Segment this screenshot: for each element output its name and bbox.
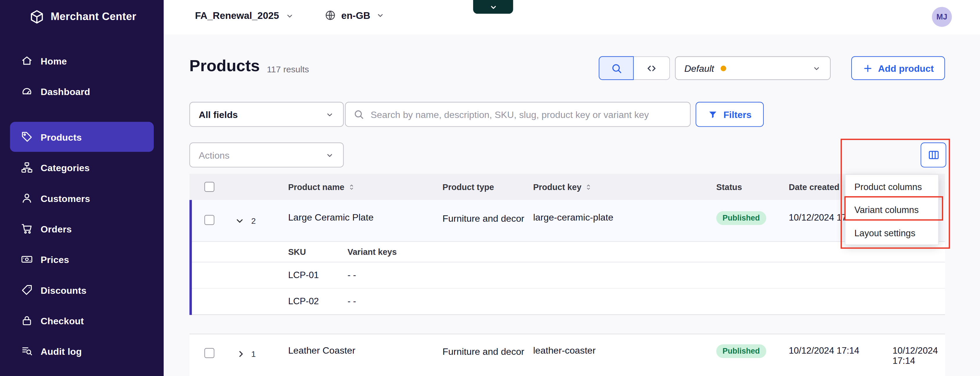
row-checkbox[interactable] [204, 215, 214, 225]
variants-keys-header: Variant keys [348, 242, 397, 263]
topbar: FA_Renewal_2025 en-GB MJ [164, 0, 980, 34]
column-settings-button[interactable] [921, 143, 946, 167]
actions-select[interactable]: Actions [189, 143, 344, 167]
globe-icon [325, 9, 336, 21]
sidebar-item-label: Dashboard [41, 86, 90, 97]
brand-title: Merchant Center [51, 11, 136, 23]
categories-icon [21, 161, 33, 174]
menu-item-variant-columns[interactable]: Variant columns [846, 198, 938, 221]
filters-label: Filters [723, 109, 752, 120]
results-count: 117 results [267, 65, 309, 75]
customers-icon [21, 192, 33, 204]
view-select[interactable]: Default [675, 56, 830, 80]
avatar-initials: MJ [936, 13, 947, 21]
add-product-button[interactable]: Add product [851, 56, 945, 80]
column-header-date-created[interactable]: Date created [789, 174, 850, 200]
expanded-row-indicator-bar [189, 200, 192, 315]
variant-row[interactable]: LCP-01 - - [189, 262, 945, 289]
chevron-down-icon [285, 11, 295, 21]
sidebar-item-orders[interactable]: Orders [0, 214, 164, 243]
search-field-select[interactable]: All fields [189, 102, 344, 127]
sidebar-item-label: Orders [41, 224, 72, 234]
variant-count: 2 [251, 216, 256, 225]
search-icon [353, 109, 364, 120]
plus-icon [862, 63, 873, 73]
sidebar-item-products[interactable]: Products [10, 122, 154, 152]
product-name-cell: Leather Coaster [288, 345, 355, 355]
add-product-label: Add product [878, 63, 934, 73]
collapse-topbar-button[interactable] [473, 0, 513, 14]
sidebar-item-customers[interactable]: Customers [0, 183, 164, 213]
audit-log-icon [21, 345, 33, 357]
table-header-row: Product name Product type Product key St… [189, 174, 945, 200]
column-header-product-name[interactable]: Product name [288, 174, 355, 200]
project-select[interactable]: FA_Renewal_2025 [195, 10, 295, 21]
dashboard-icon [21, 85, 33, 97]
sidebar-item-prices[interactable]: Prices [0, 244, 164, 274]
search-icon [610, 62, 622, 74]
locale-select[interactable]: en-GB [325, 9, 385, 21]
locale-select-value: en-GB [341, 10, 370, 21]
table-row[interactable]: 1 Leather Coaster Furniture and decor le… [189, 333, 945, 376]
product-type-cell: Furniture and decor [442, 212, 525, 225]
expand-row-chevron-right-icon[interactable] [236, 349, 247, 359]
sidebar-item-label: Prices [41, 254, 69, 265]
chevron-down-icon [812, 63, 821, 73]
sidebar-item-dashboard[interactable]: Dashboard [0, 76, 164, 106]
filters-button[interactable]: Filters [696, 102, 764, 127]
chevron-down-icon [325, 150, 334, 160]
products-table: Product name Product type Product key St… [189, 174, 945, 376]
actions-select-value: Actions [199, 150, 230, 160]
chevron-down-icon [488, 2, 498, 12]
discounts-icon [21, 284, 33, 296]
sidebar-item-audit-log[interactable]: Audit log [0, 336, 164, 366]
sidebar-item-categories[interactable]: Categories [0, 152, 164, 182]
unsaved-changes-dot-icon [721, 65, 726, 71]
view-mode-toggle [599, 56, 670, 80]
variant-sku-cell: LCP-02 [288, 296, 319, 306]
column-header-product-key[interactable]: Product key [533, 174, 592, 200]
product-key-cell: large-ceramic-plate [533, 212, 613, 222]
user-avatar[interactable]: MJ [932, 7, 952, 27]
column-header-product-type: Product type [442, 174, 494, 200]
variant-sku-cell: LCP-01 [288, 270, 319, 280]
variant-row[interactable]: LCP-02 - - [189, 289, 945, 315]
status-badge: Published [716, 344, 766, 358]
sidebar-item-checkout[interactable]: Checkout [0, 306, 164, 336]
sidebar-item-discounts[interactable]: Discounts [0, 275, 164, 305]
columns-icon [927, 149, 940, 161]
products-icon [21, 130, 33, 143]
select-all-checkbox[interactable] [204, 182, 214, 192]
product-search-input[interactable] [371, 109, 682, 120]
product-key-cell: leather-coaster [533, 345, 595, 355]
collapse-row-chevron-down-icon[interactable] [234, 216, 245, 226]
sidebar-item-home[interactable]: Home [0, 46, 164, 76]
prices-icon [21, 253, 33, 266]
product-search-box [345, 102, 690, 127]
query-mode-button[interactable] [634, 56, 670, 80]
checkout-icon [21, 314, 33, 327]
filter-icon [708, 109, 718, 120]
column-header-label: Product name [288, 182, 344, 192]
variant-keys-cell: - - [348, 270, 356, 280]
home-icon [21, 54, 33, 67]
row-checkbox[interactable] [204, 348, 214, 358]
chevron-down-icon [325, 109, 334, 119]
project-select-value: FA_Renewal_2025 [195, 10, 279, 21]
page-title: Products [189, 56, 260, 76]
product-type-cell: Furniture and decor [442, 345, 525, 358]
status-badge: Published [716, 211, 766, 225]
search-field-select-value: All fields [199, 109, 238, 120]
sidebar-item-label: Products [41, 132, 82, 143]
merchant-center-logo-icon [29, 9, 45, 25]
column-header-label: Product key [533, 182, 581, 192]
date-created-cell: 10/12/2024 17:14 [789, 346, 859, 355]
table-row[interactable]: 2 Large Ceramic Plate Furniture and deco… [189, 200, 945, 241]
sidebar-item-label: Customers [41, 193, 90, 203]
code-icon [646, 62, 657, 74]
sidebar: Merchant Center Home Dashboard Products … [0, 0, 164, 376]
menu-item-layout-settings[interactable]: Layout settings [846, 221, 938, 244]
column-header-label: Date created [789, 182, 839, 192]
search-mode-button[interactable] [599, 56, 633, 80]
menu-item-product-columns[interactable]: Product columns [846, 175, 938, 198]
